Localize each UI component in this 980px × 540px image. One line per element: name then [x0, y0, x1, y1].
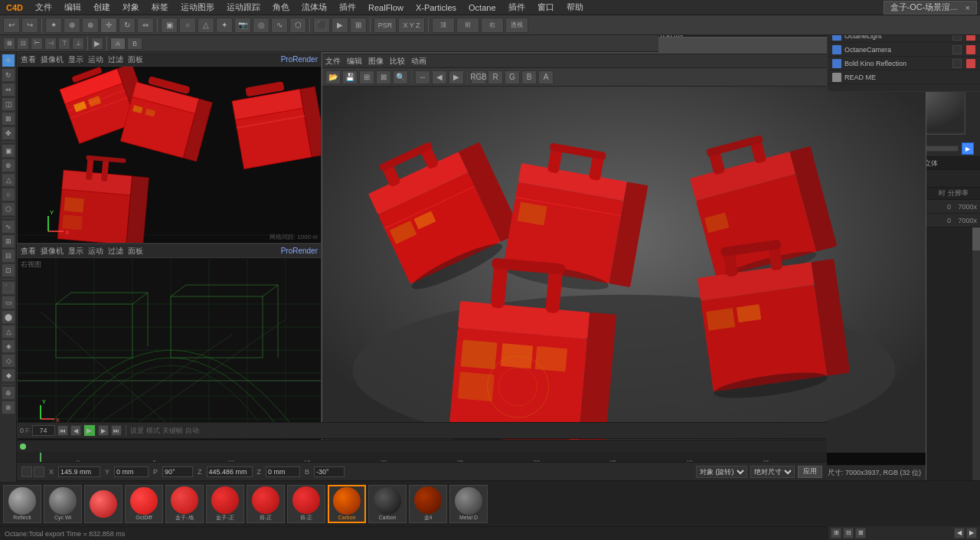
tool-render[interactable]: ⬛ — [313, 18, 330, 33]
menu-realflow[interactable]: RealFlow — [365, 3, 407, 12]
left-tool-12[interactable]: ∿ — [2, 220, 15, 234]
iv-btn-alpha[interactable]: A — [538, 70, 554, 84]
snap-btn[interactable]: ⊠ — [3, 38, 15, 50]
menu-edit[interactable]: 编辑 — [61, 2, 84, 13]
rv-menu-view[interactable]: 查看 — [21, 246, 36, 257]
vp-menu-motion[interactable]: 运动 — [88, 54, 103, 65]
tool-sphere[interactable]: ○ — [179, 18, 196, 33]
play-first[interactable]: ⏮ — [57, 425, 68, 436]
right-viewport-content[interactable]: 右视图 — [18, 258, 321, 442]
left-tool-3[interactable]: ⇔ — [2, 83, 15, 97]
left-tool-14[interactable]: ⊟ — [2, 249, 15, 263]
left-tool-2[interactable]: ↻ — [2, 68, 15, 82]
coord-cam-btn2[interactable] — [34, 466, 44, 477]
octane-mini-close[interactable]: × — [962, 3, 973, 12]
rv-menu-filter[interactable]: 过滤 — [108, 246, 123, 257]
anim-options[interactable]: 模式 — [146, 426, 160, 436]
tool-light[interactable]: ✦ — [216, 18, 233, 33]
tool-new3[interactable]: ⊗ — [82, 18, 99, 33]
material-carbon-sel[interactable]: Carbon — [328, 485, 366, 523]
play-prev[interactable]: ◀ — [70, 425, 81, 436]
left-tool-4[interactable]: ◫ — [2, 97, 15, 111]
props-btn-1[interactable]: ⊞ — [831, 528, 841, 538]
view-right[interactable]: 右 — [481, 18, 504, 33]
material-octdiff[interactable]: OctDiff — [125, 485, 163, 523]
tool-b[interactable]: B — [127, 38, 142, 50]
tool-spline[interactable]: ∿ — [271, 18, 288, 33]
iv-menu-image[interactable]: 图像 — [368, 56, 384, 67]
vp-menu-display[interactable]: 显示 — [68, 54, 83, 65]
left-tool-24[interactable]: ⊗ — [2, 401, 15, 414]
left-tool-20[interactable]: ◈ — [2, 339, 15, 353]
tool-render2[interactable]: ▶ — [332, 18, 348, 33]
tool-redo[interactable]: ↪ — [21, 18, 38, 33]
vp-menu-view[interactable]: 查看 — [21, 54, 36, 65]
menu-octane[interactable]: Octane — [466, 3, 498, 12]
iv-menu-anim[interactable]: 动画 — [411, 56, 426, 67]
iv-btn-zoom-fit[interactable]: ⊞ — [359, 70, 374, 84]
snap-btn2[interactable]: ⊡ — [17, 38, 29, 50]
coord-z2-input[interactable] — [266, 466, 300, 477]
left-tool-5[interactable]: ⊠ — [2, 112, 15, 126]
iv-menu-file[interactable]: 文件 — [325, 56, 341, 67]
left-tool-21[interactable]: ◇ — [2, 354, 15, 368]
coord-apply-btn[interactable]: 应用 — [798, 466, 822, 478]
iv-menu-compare[interactable]: 比较 — [390, 56, 405, 67]
iv-btn-r[interactable]: R — [488, 70, 503, 84]
coord-z-input[interactable] — [207, 466, 253, 477]
material-reflecti[interactable]: Reflecti — [3, 485, 41, 523]
menu-character[interactable]: 角色 — [270, 2, 292, 13]
vp-menu-camera[interactable]: 摄像机 — [41, 54, 64, 65]
material-red[interactable] — [84, 485, 122, 523]
octane-item-camera[interactable]: OctaneCamera — [828, 43, 980, 57]
left-tool-23[interactable]: ⊕ — [2, 386, 15, 400]
iv-btn-b[interactable]: B — [521, 70, 537, 84]
vp-renderer-label[interactable]: ProRender — [281, 55, 318, 64]
props-btn-3[interactable]: ⊠ — [855, 528, 866, 538]
props-btn-2[interactable]: ⊟ — [843, 528, 854, 538]
perspective-viewport-content[interactable]: X Y 网格间距: 1000 m — [18, 67, 321, 243]
menu-tags[interactable]: 标签 — [149, 2, 172, 13]
props-scrollbar-thumb[interactable] — [972, 227, 980, 250]
tool-rotate[interactable]: ↻ — [119, 18, 136, 33]
tool-cone[interactable]: △ — [198, 18, 214, 33]
coord-size-select[interactable]: 绝对尺寸 — [750, 466, 795, 478]
left-tool-19[interactable]: △ — [2, 325, 15, 339]
snap-btn6[interactable]: ⊥ — [72, 38, 84, 50]
material-metal[interactable]: Metal D — [449, 485, 488, 523]
tool-target[interactable]: ◎ — [253, 18, 270, 33]
tool-extrude[interactable]: ⬡ — [289, 18, 306, 33]
left-tool-7[interactable]: ▣ — [2, 144, 15, 158]
menu-object[interactable]: 对象 — [119, 2, 142, 13]
menu-window[interactable]: 窗口 — [534, 2, 557, 13]
material-box4[interactable]: 盒4 — [409, 485, 447, 523]
menu-plugins[interactable]: 插件 — [336, 2, 359, 13]
left-tool-15[interactable]: ⊡ — [2, 263, 15, 277]
rv-menu-camera[interactable]: 摄像机 — [41, 246, 64, 257]
coord-mode-select[interactable]: 对象 (旋转) — [696, 466, 747, 478]
anim-auto[interactable]: 自动 — [185, 426, 199, 436]
material-cycwi[interactable]: Cyc Wi — [44, 485, 82, 523]
menu-motion[interactable]: 运动跟踪 — [224, 2, 263, 13]
tool-xyz[interactable]: X Y Z — [398, 18, 425, 33]
vp-menu-filter[interactable]: 过滤 — [108, 54, 123, 65]
iv-btn-channels[interactable]: RGB — [471, 70, 486, 84]
snap-btn4[interactable]: ⊣ — [44, 38, 57, 50]
anim-settings[interactable]: 设置 — [130, 426, 144, 436]
left-tool-10[interactable]: ○ — [2, 188, 15, 201]
tool-new[interactable]: ✦ — [45, 18, 62, 33]
tool-move[interactable]: ✛ — [100, 18, 117, 33]
left-tool-22[interactable]: ◆ — [2, 368, 15, 382]
rv-renderer-label[interactable]: ProRender — [281, 247, 318, 255]
menu-create[interactable]: 创建 — [90, 2, 113, 13]
octane-item-readme[interactable]: READ ME — [828, 70, 980, 84]
tool-a[interactable]: A — [110, 38, 126, 50]
view-top[interactable]: 顶 — [432, 18, 455, 33]
menu-file[interactable]: 文件 — [32, 2, 55, 13]
props-btn-4[interactable]: ◀ — [954, 528, 965, 538]
material-box-ground[interactable]: 盒子-地 — [165, 485, 204, 523]
tool-camera[interactable]: 📷 — [234, 18, 251, 33]
view-front[interactable]: 前 — [456, 18, 479, 33]
vp-menu-panel[interactable]: 面板 — [128, 54, 143, 65]
iv-btn-save[interactable]: 💾 — [342, 70, 358, 84]
